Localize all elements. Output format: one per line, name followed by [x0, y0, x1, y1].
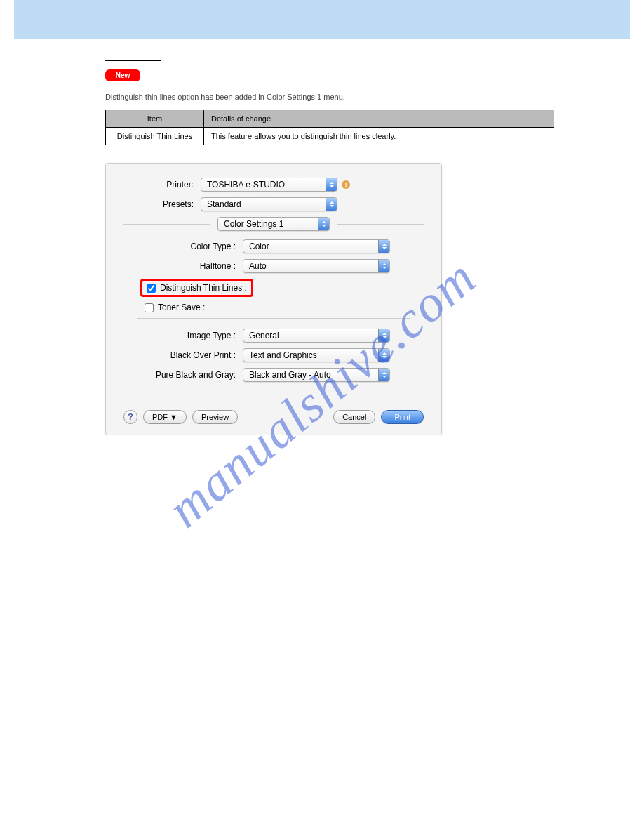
- dropdown-icon: [318, 218, 329, 230]
- tonersave-row: Toner Save :: [145, 303, 410, 312]
- color-settings-panel: Color Type : Color Halftone : Auto Disti…: [123, 232, 424, 391]
- blackoverprint-select[interactable]: Text and Graphics: [243, 348, 390, 362]
- distinguish-row: Distinguish Thin Lines :: [140, 279, 410, 297]
- dropdown-icon: [326, 178, 337, 191]
- pureblackgray-select[interactable]: Black and Gray - Auto: [243, 368, 390, 382]
- presets-select[interactable]: Standard: [201, 197, 337, 211]
- dropdown-icon: [378, 260, 389, 272]
- imagetype-select[interactable]: General: [243, 329, 390, 343]
- pureblackgray-label: Pure Black and Gray:: [137, 370, 243, 380]
- print-button[interactable]: Print: [381, 410, 424, 424]
- colortype-label: Color Type :: [137, 241, 243, 251]
- dropdown-icon: [378, 369, 389, 381]
- page-content: New Distinguish thin lines option has be…: [0, 53, 644, 435]
- tonersave-checkbox[interactable]: [145, 303, 154, 312]
- colortype-value: Color: [249, 241, 269, 251]
- table-header-row: Item Details of change: [106, 110, 554, 128]
- section-header: New: [105, 53, 609, 81]
- description-text: Distinguish thin lines option has been a…: [105, 92, 609, 102]
- preview-button[interactable]: Preview: [192, 410, 238, 424]
- printer-row: Printer: TOSHIBA e-STUDIO !: [123, 178, 424, 192]
- table-header-item: Item: [106, 110, 204, 128]
- dropdown-icon: [378, 329, 389, 342]
- dropdown-icon: [378, 240, 389, 253]
- imagetype-value: General: [249, 331, 279, 340]
- cancel-button[interactable]: Cancel: [333, 410, 375, 424]
- blackoverprint-row: Black Over Print : Text and Graphics: [137, 348, 410, 362]
- divider: [337, 224, 424, 225]
- pureblackgray-row: Pure Black and Gray: Black and Gray - Au…: [137, 368, 410, 382]
- warning-icon: !: [342, 180, 350, 189]
- imagetype-label: Image Type :: [137, 331, 243, 340]
- presets-row: Presets: Standard: [123, 197, 424, 211]
- blackoverprint-label: Black Over Print :: [137, 350, 243, 360]
- table-header-details: Details of change: [204, 110, 554, 128]
- divider: [123, 397, 424, 397]
- printer-value: TOSHIBA e-STUDIO: [207, 180, 285, 190]
- table-cell-item: Distinguish Thin Lines: [106, 128, 204, 145]
- top-banner: [14, 0, 630, 39]
- divider: [123, 224, 210, 225]
- panel-select[interactable]: Color Settings 1: [217, 217, 330, 231]
- pureblackgray-value: Black and Gray - Auto: [249, 370, 331, 380]
- halftone-label: Halftone :: [137, 261, 243, 271]
- imagetype-row: Image Type : General: [137, 329, 410, 343]
- pdf-button[interactable]: PDF ▼: [143, 410, 187, 424]
- table-row: Distinguish Thin Lines This feature allo…: [106, 128, 554, 145]
- panel-value: Color Settings 1: [224, 219, 283, 229]
- presets-value: Standard: [207, 199, 241, 209]
- printer-label: Printer:: [123, 180, 201, 190]
- divider: [137, 318, 410, 319]
- tonersave-label: Toner Save :: [158, 303, 205, 312]
- distinguish-checkbox[interactable]: [147, 284, 156, 293]
- dropdown-icon: [378, 349, 389, 362]
- section-label: [105, 60, 161, 63]
- new-badge: New: [105, 70, 140, 81]
- presets-label: Presets:: [123, 199, 201, 209]
- distinguish-label: Distinguish Thin Lines :: [160, 283, 247, 293]
- printer-select[interactable]: TOSHIBA e-STUDIO: [201, 178, 337, 192]
- print-dialog: Printer: TOSHIBA e-STUDIO ! Presets: Sta…: [105, 163, 442, 435]
- dialog-footer: ? PDF ▼ Preview Cancel Print: [123, 410, 424, 424]
- dropdown-icon: [326, 198, 337, 211]
- halftone-value: Auto: [249, 261, 267, 271]
- table-cell-details: This feature allows you to distinguish t…: [204, 128, 554, 145]
- blackoverprint-value: Text and Graphics: [249, 350, 317, 360]
- panel-select-row: Color Settings 1: [123, 217, 424, 231]
- highlight-box: Distinguish Thin Lines :: [140, 279, 253, 297]
- help-button[interactable]: ?: [123, 410, 137, 424]
- halftone-select[interactable]: Auto: [243, 259, 390, 273]
- halftone-row: Halftone : Auto: [137, 259, 410, 273]
- colortype-row: Color Type : Color: [137, 239, 410, 253]
- spec-table: Item Details of change Distinguish Thin …: [105, 110, 554, 145]
- colortype-select[interactable]: Color: [243, 239, 390, 253]
